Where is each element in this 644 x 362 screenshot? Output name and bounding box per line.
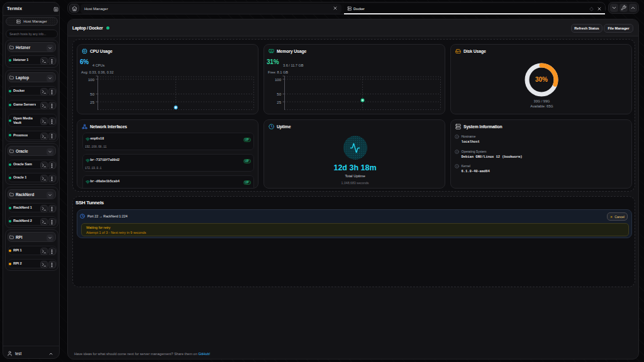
svg-text:25: 25 [277, 101, 281, 104]
svg-text:100: 100 [88, 78, 95, 82]
svg-text:25: 25 [90, 101, 94, 104]
svg-text:50: 50 [90, 92, 94, 96]
svg-text:100: 100 [275, 78, 282, 82]
svg-text:50: 50 [277, 92, 281, 96]
